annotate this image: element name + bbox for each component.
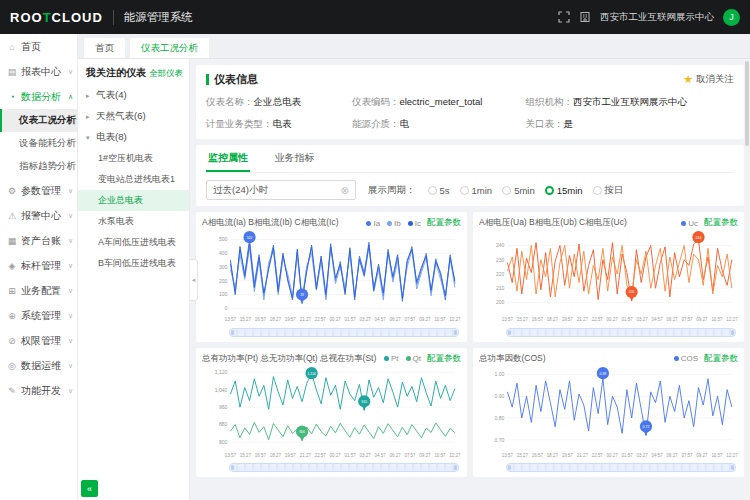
tree-group-natural-gas[interactable]: ▸天然气表(6): [78, 106, 189, 127]
chart-brush[interactable]: [229, 463, 459, 472]
sidebar-item-label: 业务配置: [21, 284, 64, 298]
chart-brush[interactable]: [506, 463, 736, 472]
sidebar-subitem-meter-condition[interactable]: 仪表工况分析: [0, 109, 77, 132]
field-value: 电: [399, 118, 409, 129]
meter-tree-panel: 我关注的仪表 全部仪表 ▸气表(4) ▸天然气表(6) ▾电表(8) 1#空压机…: [78, 59, 190, 500]
chart-svg: 24023022021020013:5715:2716:5718:2719:57…: [479, 229, 738, 327]
svg-text:06:27: 06:27: [390, 317, 402, 322]
radio-icon: [593, 186, 602, 195]
time-range-input[interactable]: 过去(24)小时⊗: [206, 180, 356, 200]
fullscreen-icon[interactable]: [558, 11, 570, 23]
sidebar-item-alarms[interactable]: ⚠报警中心∨: [0, 203, 77, 228]
radio-5s[interactable]: 5s: [428, 185, 450, 196]
svg-text:21:27: 21:27: [300, 317, 312, 322]
panel-collapse-handle[interactable]: ◂: [190, 259, 198, 301]
configure-params-link[interactable]: 配置参数: [704, 353, 738, 365]
svg-text:230: 230: [496, 257, 505, 263]
star-icon: ★: [683, 73, 693, 86]
configure-params-link[interactable]: 配置参数: [704, 217, 738, 229]
sidebar-item-parameters[interactable]: ⚙参数管理∨: [0, 178, 77, 203]
configure-params-link[interactable]: 配置参数: [427, 217, 461, 229]
svg-text:880: 880: [219, 421, 228, 427]
svg-text:12:27: 12:27: [726, 317, 738, 322]
svg-text:19:57: 19:57: [285, 453, 297, 458]
svg-text:04:57: 04:57: [651, 453, 663, 458]
configure-params-link[interactable]: 配置参数: [427, 353, 461, 365]
svg-text:03:27: 03:27: [360, 317, 372, 322]
svg-text:500: 500: [219, 236, 228, 242]
svg-text:200: 200: [496, 299, 505, 305]
legend-item[interactable]: Ib: [387, 219, 401, 228]
sidebar: ⌂首页 ▤报表中心∨ ◔数据分析∧ 仪表工况分析 设备能耗分析 指标趋势分析 ⚙…: [0, 34, 78, 500]
chart-brush[interactable]: [229, 328, 459, 337]
tree-item-air-compressor[interactable]: 1#空压机电表: [78, 148, 189, 169]
sidebar-item-home[interactable]: ⌂首页: [0, 34, 77, 59]
chevron-right-icon: ▸: [86, 113, 93, 121]
asset-icon: ▦: [7, 236, 17, 246]
line-chart-voltage[interactable]: 24023022021020013:5715:2716:5718:2719:57…: [479, 229, 738, 327]
radio-icon: [460, 186, 469, 195]
sidebar-item-benchmark[interactable]: ◈标杆管理∨: [0, 253, 77, 278]
scrollbar-track[interactable]: [744, 59, 750, 500]
sidebar-item-label: 标杆管理: [21, 259, 64, 273]
sidebar-item-data-ops[interactable]: ◎数据运维∨: [0, 353, 77, 378]
svg-text:0.90: 0.90: [495, 393, 505, 399]
legend-item[interactable]: Qt: [406, 354, 421, 363]
tab-business-indicators[interactable]: 业务指标: [272, 145, 316, 170]
all-meters-link[interactable]: 全部仪表: [149, 68, 183, 80]
monitor-tools-card: 监控属性 业务指标 过去(24)小时⊗ 展示周期： 5s 1min 5min 1…: [196, 145, 744, 206]
svg-text:15:27: 15:27: [517, 453, 529, 458]
chart-brush[interactable]: [506, 328, 736, 337]
org-name[interactable]: 西安市工业互联网展示中心: [600, 11, 714, 24]
sidebar-item-assets[interactable]: ▦资产台账∨: [0, 228, 77, 253]
svg-text:22:57: 22:57: [315, 453, 327, 458]
legend-item[interactable]: Ia: [366, 219, 380, 228]
tree-group-electric[interactable]: ▾电表(8): [78, 127, 189, 148]
sidebar-item-business-config[interactable]: ⊞业务配置∨: [0, 278, 77, 303]
svg-text:1.00: 1.00: [495, 371, 505, 377]
legend-item[interactable]: Uc: [681, 219, 698, 228]
line-chart-current[interactable]: 500400300200100013:5715:2716:5718:2719:5…: [202, 229, 461, 327]
sidebar-item-feature-dev[interactable]: ✎功能开发∨: [0, 378, 77, 403]
tree-item-workshop-b[interactable]: B车间低压进线电表: [78, 253, 189, 274]
sidebar-item-data-analysis[interactable]: ◔数据分析∧: [0, 84, 77, 109]
tree-item-enterprise-total[interactable]: 企业总电表: [78, 190, 189, 211]
tree-title: 我关注的仪表: [86, 66, 146, 80]
sidebar-item-permissions[interactable]: ⊘权限管理∨: [0, 328, 77, 353]
radio-label: 1min: [472, 185, 493, 196]
svg-text:00:27: 00:27: [607, 317, 619, 322]
avatar[interactable]: J: [723, 9, 740, 26]
legend-item[interactable]: Pt: [384, 354, 399, 363]
radio-daily[interactable]: 按日: [593, 184, 624, 197]
sidebar-item-reports[interactable]: ▤报表中心∨: [0, 59, 77, 84]
tree-item-workshop-a[interactable]: A车间低压进线电表: [78, 232, 189, 253]
tree-collapse-button[interactable]: «: [81, 480, 98, 497]
clear-icon[interactable]: ⊗: [341, 185, 349, 196]
tree-group-gas[interactable]: ▸气表(4): [78, 85, 189, 106]
tree-item-substation[interactable]: 变电站总进线电表1: [78, 169, 189, 190]
page-tab-meter-condition[interactable]: 仪表工况分析: [130, 38, 209, 58]
unfollow-button[interactable]: ★取消关注: [683, 73, 734, 86]
radio-1min[interactable]: 1min: [460, 185, 493, 196]
sidebar-subitem-indicator-trend[interactable]: 指标趋势分析: [0, 155, 77, 178]
main-area: 仪表信息 ★取消关注 仪表名称：企业总电表 仪表编码：electric_mete…: [190, 59, 750, 500]
svg-text:06:27: 06:27: [667, 453, 679, 458]
legend-item[interactable]: Ic: [408, 219, 421, 228]
sidebar-item-system[interactable]: ⊕系统管理∨: [0, 303, 77, 328]
sidebar-subitem-device-energy[interactable]: 设备能耗分析: [0, 132, 77, 155]
field-label: 能源介质：: [352, 118, 400, 129]
radio-15min[interactable]: 15min: [545, 185, 583, 196]
svg-text:21:27: 21:27: [577, 453, 589, 458]
page-tab-home[interactable]: 首页: [84, 38, 125, 58]
tab-monitor-attributes[interactable]: 监控属性: [206, 145, 250, 172]
chart-panel-power-factor: 总功率因数(COS) COS 配置参数 1.000.900.800.7013:5…: [473, 348, 744, 478]
line-chart-power-factor[interactable]: 1.000.900.800.7013:5715:2716:5718:2719:5…: [479, 365, 738, 463]
data-ops-icon: ◎: [7, 361, 17, 371]
legend-item[interactable]: COS: [674, 354, 698, 363]
tree-item-water-pump[interactable]: 水泵电表: [78, 211, 189, 232]
period-radio-group: 5s 1min 5min 15min 按日: [428, 184, 624, 197]
radio-5min[interactable]: 5min: [502, 185, 535, 196]
scrollbar-thumb[interactable]: [745, 61, 749, 146]
svg-text:0: 0: [225, 305, 228, 311]
line-chart-power[interactable]: 1,1201,04096088080013:5715:2716:5718:271…: [202, 365, 461, 463]
